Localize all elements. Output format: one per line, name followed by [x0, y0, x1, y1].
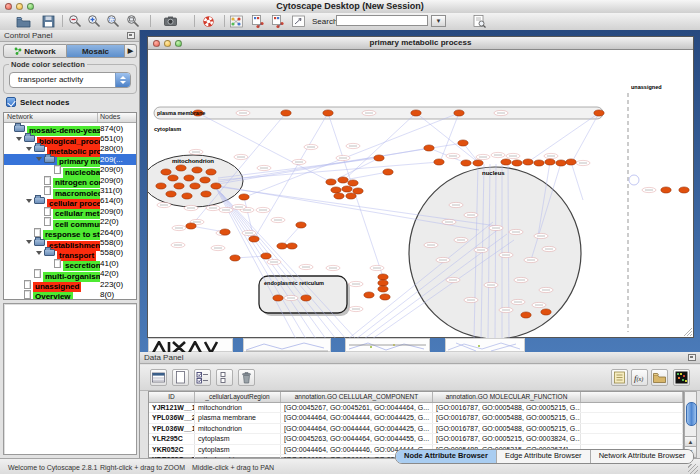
network-node[interactable]: [239, 194, 249, 200]
resize-grip[interactable]: [688, 464, 698, 474]
network-node[interactable]: [174, 183, 184, 189]
network-node[interactable]: [348, 180, 358, 186]
zoom-to-fit-icon[interactable]: [126, 14, 141, 29]
network-node[interactable]: [184, 175, 194, 181]
function-builder-icon[interactable]: f(x): [631, 369, 648, 386]
select-attributes-icon[interactable]: [194, 369, 211, 386]
snapshot-camera-icon[interactable]: [163, 14, 178, 29]
network-node[interactable]: [161, 169, 171, 175]
network-node[interactable]: [326, 179, 336, 185]
search-dropdown-arrow[interactable]: ▼: [431, 15, 446, 27]
tab-node-attribute-browser[interactable]: Node Attribute Browser: [396, 450, 497, 463]
tab-mosaic[interactable]: Mosaic: [67, 44, 125, 58]
network-node[interactable]: [176, 165, 186, 171]
network-canvas[interactable]: plasma membrane cytoplasm mitochondrion …: [148, 50, 693, 338]
expand-triangle-icon[interactable]: [16, 137, 22, 141]
network-node[interactable]: [473, 160, 483, 166]
float-panel-icon[interactable]: [127, 32, 135, 39]
table-scrollbar[interactable]: ▲ ▼: [684, 391, 697, 458]
network-node[interactable]: [364, 292, 374, 298]
network-node[interactable]: [679, 187, 689, 193]
background-window-fragment[interactable]: [445, 338, 525, 352]
network-node[interactable]: [461, 160, 471, 166]
network-node[interactable]: [594, 110, 604, 116]
network-node[interactable]: [378, 280, 388, 286]
table-column-header[interactable]: [581, 392, 683, 402]
network-node[interactable]: [374, 155, 384, 161]
table-row[interactable]: YLR295Ccytoplasm[GO:0045263, GO:0044464,…: [149, 434, 683, 444]
network-node[interactable]: [331, 187, 341, 193]
zoom-in-icon[interactable]: [87, 14, 102, 29]
network-node[interactable]: [281, 110, 291, 116]
expand-triangle-icon[interactable]: [36, 157, 42, 161]
tab-network[interactable]: Network: [3, 44, 67, 58]
save-session-icon[interactable]: [41, 14, 56, 29]
network-node[interactable]: [296, 222, 306, 228]
network-node[interactable]: [380, 294, 390, 300]
network-node[interactable]: [378, 274, 388, 280]
network-node[interactable]: [411, 110, 421, 116]
table-row[interactable]: YPL036W__1mitochondrion[GO:0044464, GO:0…: [149, 424, 683, 434]
vizmapper-icon[interactable]: [229, 14, 244, 29]
network-node[interactable]: [501, 159, 511, 165]
delete-attribute-icon[interactable]: [238, 369, 255, 386]
network-node[interactable]: [342, 186, 352, 192]
background-window-fragment[interactable]: [345, 338, 430, 352]
tree-row[interactable]: Overview8(0): [4, 289, 136, 299]
network-node[interactable]: [661, 187, 671, 193]
network-node[interactable]: [166, 191, 176, 197]
network-node[interactable]: [323, 110, 333, 116]
network-node[interactable]: [211, 183, 221, 189]
expand-triangle-icon[interactable]: [36, 251, 42, 255]
network-node[interactable]: [346, 193, 356, 199]
tree-col-nodes[interactable]: Nodes: [98, 113, 136, 122]
search-input[interactable]: [336, 15, 428, 26]
help-lifesaver-icon[interactable]: [201, 14, 216, 29]
network-node[interactable]: [383, 169, 393, 175]
annotation-board-icon[interactable]: [291, 14, 306, 29]
float-panel-icon[interactable]: [688, 354, 696, 361]
network-node[interactable]: [168, 175, 178, 181]
import-edge-attributes-icon[interactable]: [271, 14, 286, 29]
network-node[interactable]: [458, 140, 468, 146]
network-node[interactable]: [182, 193, 192, 199]
network-node[interactable]: [512, 160, 522, 166]
network-node[interactable]: [220, 229, 230, 235]
table-column-header[interactable]: annotation.GO CELLULAR_COMPONENT: [281, 392, 433, 402]
background-window-fragment[interactable]: [148, 338, 233, 352]
network-node[interactable]: [206, 169, 216, 175]
network-node[interactable]: [424, 145, 434, 151]
network-node[interactable]: [273, 295, 283, 301]
zoom-selected-region-icon[interactable]: [106, 14, 121, 29]
network-node[interactable]: [230, 255, 240, 261]
network-node[interactable]: [200, 177, 210, 183]
network-node[interactable]: [523, 159, 533, 165]
table-row[interactable]: YPL036W__2plasma membrane[GO:0044464, GO…: [149, 413, 683, 423]
tab-overflow-arrow[interactable]: ▶: [125, 44, 137, 58]
import-attributes-icon[interactable]: [651, 369, 668, 386]
network-node[interactable]: [249, 236, 259, 242]
table-column-header[interactable]: ID: [149, 392, 195, 402]
expand-triangle-icon[interactable]: [26, 147, 32, 151]
canvas-resize-grip[interactable]: [684, 328, 692, 336]
network-node[interactable]: [156, 183, 166, 189]
table-column-header[interactable]: _cellularLayoutRegion: [195, 392, 281, 402]
node-color-dropdown[interactable]: transporter activity: [9, 72, 131, 88]
network-node[interactable]: [334, 193, 344, 199]
network-node[interactable]: [556, 160, 566, 166]
network-node[interactable]: [378, 286, 388, 292]
tab-edge-attribute-browser[interactable]: Edge Attribute Browser: [497, 450, 591, 463]
network-node[interactable]: [545, 159, 555, 165]
scrollbar-thumb[interactable]: [686, 402, 697, 426]
table-column-header[interactable]: annotation.GO MOLECULAR_FUNCTION: [433, 392, 581, 402]
select-all-attributes-icon[interactable]: [150, 369, 167, 386]
tab-network-attribute-browser[interactable]: Network Attribute Browser: [591, 450, 694, 463]
attribute-list-icon[interactable]: [611, 369, 628, 386]
configure-search-icon[interactable]: [472, 14, 487, 29]
network-node[interactable]: [541, 309, 551, 315]
network-node[interactable]: [277, 243, 287, 249]
expand-triangle-icon[interactable]: [26, 199, 32, 203]
create-attribute-icon[interactable]: [172, 369, 189, 386]
network-node[interactable]: [534, 160, 544, 166]
network-node[interactable]: [566, 159, 576, 165]
